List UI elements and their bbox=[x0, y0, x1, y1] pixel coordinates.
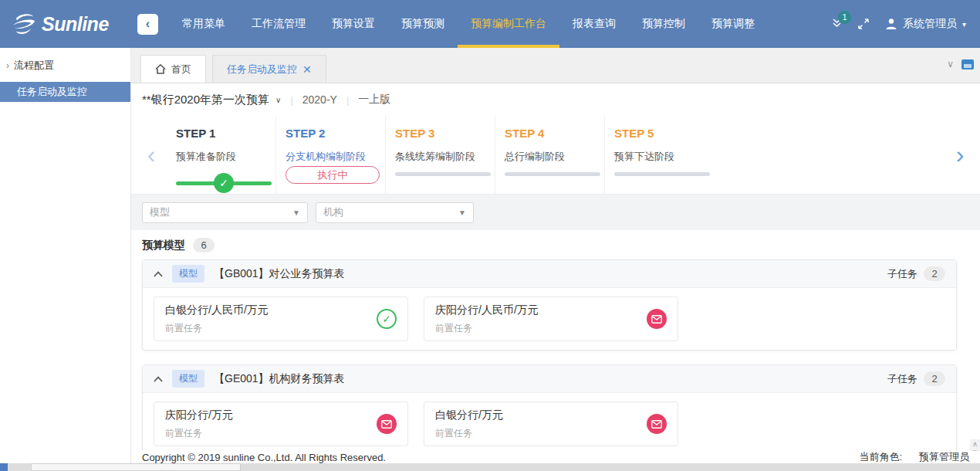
subtask-texts: 庆阳分行/万元 前置任务 bbox=[165, 408, 233, 440]
step-progress-pending bbox=[614, 172, 710, 176]
step-number: STEP 2 bbox=[286, 127, 385, 140]
navbar-menu-item[interactable]: 工作流管理 bbox=[238, 0, 319, 48]
collapse-sidebar-button[interactable]: ‹ bbox=[137, 14, 158, 35]
scrollbar-thumb[interactable] bbox=[972, 450, 978, 451]
menu-label: 报表查询 bbox=[573, 17, 616, 31]
model-tag-badge[interactable]: 模型 bbox=[172, 370, 204, 388]
tabbar-tools: ∨ bbox=[947, 59, 974, 69]
scrollbar-corner bbox=[0, 463, 8, 471]
collapse-chevron-icon[interactable] bbox=[154, 376, 163, 382]
subtask-name: 白银分行/万元 bbox=[435, 408, 503, 422]
fullscreen-icon[interactable] bbox=[857, 18, 870, 30]
collapse-chevron-icon[interactable] bbox=[154, 271, 163, 277]
model-tag-badge[interactable]: 模型 bbox=[172, 265, 204, 283]
sidebar-item-process-config[interactable]: › 流程配置 bbox=[0, 54, 130, 77]
budget-name-text: **银行2020年第一次预算 bbox=[142, 93, 269, 107]
horizontal-scrollbar[interactable] bbox=[0, 463, 980, 471]
navbar-menu-item[interactable]: 预算编制工作台 bbox=[458, 0, 559, 48]
step-progress-pending bbox=[505, 172, 600, 176]
navbar-menu-item[interactable]: 预算控制 bbox=[629, 0, 698, 48]
model-card-header[interactable]: 模型 【GE001】机构财务预算表 子任务 2 bbox=[143, 365, 956, 393]
step-column[interactable]: STEP 5 预算下达阶段 bbox=[605, 116, 715, 194]
user-icon bbox=[885, 18, 897, 30]
step-number: STEP 1 bbox=[176, 127, 275, 140]
step-column[interactable]: STEP 2 分支机构编制阶段 执行中 bbox=[276, 116, 386, 194]
menu-label: 预算设置 bbox=[332, 17, 375, 31]
tab-label: 任务启动及监控 bbox=[227, 63, 297, 76]
tab-bar: 首页 任务启动及监控 ✕ ∨ bbox=[131, 48, 980, 83]
divider: | bbox=[290, 94, 292, 106]
role-value: 预算管理员 bbox=[919, 450, 969, 464]
tab-task-monitor[interactable]: 任务启动及监控 ✕ bbox=[212, 55, 326, 83]
menu-label: 工作流管理 bbox=[252, 17, 306, 31]
step-label: 总行编制阶段 bbox=[505, 150, 604, 164]
navbar-menu-item[interactable]: 预算预测 bbox=[388, 0, 458, 48]
home-icon bbox=[155, 64, 166, 74]
notifications-button[interactable]: 1 bbox=[832, 18, 842, 31]
step-column[interactable]: STEP 1 预算准备阶段 ✓ bbox=[167, 116, 276, 194]
subtask-texts: 白银分行/人民币/万元 前置任务 bbox=[165, 303, 269, 335]
model-filter-select[interactable]: 模型 ▼ bbox=[142, 202, 308, 223]
menu-label: 预算调整 bbox=[711, 17, 755, 31]
steps-prev-button[interactable]: ‹ bbox=[136, 116, 167, 194]
steps-next-button[interactable]: › bbox=[945, 116, 975, 194]
subtask-prerequisite-label: 前置任务 bbox=[165, 427, 233, 440]
menu-label: 预算编制工作台 bbox=[471, 17, 546, 31]
step-number: STEP 3 bbox=[395, 127, 495, 140]
subtask-count-badge: 2 bbox=[924, 371, 945, 386]
navbar-menu-item[interactable]: 报表查询 bbox=[559, 0, 629, 48]
model-card-body: 白银分行/人民币/万元 前置任务 ✓ 庆阳分行/人民币/万元 前置任务 bbox=[143, 288, 956, 350]
mail-alert-icon bbox=[647, 309, 667, 329]
success-check-icon: ✓ bbox=[377, 309, 397, 329]
divider: | bbox=[346, 94, 349, 106]
model-title: 【GB001】对公业务预算表 bbox=[214, 267, 345, 281]
navbar-menu-item[interactable]: 预算调整 bbox=[698, 0, 768, 48]
navbar-menu-item[interactable]: 常用菜单 bbox=[169, 0, 238, 48]
subtask-name: 庆阳分行/万元 bbox=[165, 408, 233, 422]
sunline-logo: Sunline bbox=[0, 12, 137, 36]
select-caret-icon: ▼ bbox=[292, 208, 300, 217]
step-progress-pending bbox=[395, 172, 491, 176]
subtask-texts: 白银分行/万元 前置任务 bbox=[435, 408, 503, 440]
vertical-scrollbar[interactable]: ∧ ∨ bbox=[970, 439, 980, 451]
subtask-card[interactable]: 白银分行/人民币/万元 前置任务 ✓ bbox=[154, 296, 408, 341]
scroll-up-icon[interactable]: ∧ bbox=[972, 439, 978, 449]
step-label: 预算准备阶段 bbox=[176, 150, 275, 164]
mail-alert-icon bbox=[647, 414, 667, 434]
main-panel: 首页 任务启动及监控 ✕ ∨ **银行2020年第一次预算 ∨ | 2020-Y… bbox=[131, 48, 980, 471]
subtask-count-badge: 2 bbox=[924, 266, 945, 281]
close-tab-icon[interactable]: ✕ bbox=[302, 63, 312, 76]
subtask-card[interactable]: 白银分行/万元 前置任务 bbox=[424, 402, 678, 446]
tab-list-chevron-icon[interactable]: ∨ bbox=[947, 59, 954, 69]
step-column[interactable]: STEP 4 总行编制阶段 bbox=[495, 116, 605, 194]
budget-selector[interactable]: **银行2020年第一次预算 ∨ bbox=[142, 93, 281, 107]
step-column[interactable]: STEP 3 条线统筹编制阶段 bbox=[386, 116, 495, 194]
select-caret-icon: ▼ bbox=[458, 208, 466, 217]
check-circle-icon: ✓ bbox=[214, 173, 234, 193]
org-filter-select[interactable]: 机构 ▼ bbox=[316, 202, 474, 223]
sidebar-item-label: 流程配置 bbox=[14, 59, 54, 73]
section-title: 预算模型 bbox=[142, 239, 185, 252]
tab-home[interactable]: 首页 bbox=[140, 55, 206, 83]
sunline-swoosh-icon bbox=[11, 12, 37, 36]
model-card: 模型 【GE001】机构财务预算表 子任务 2 庆阳分行/万元 前置任务 白银分… bbox=[142, 364, 957, 451]
subtask-label: 子任务 bbox=[887, 372, 917, 386]
subtask-card[interactable]: 庆阳分行/人民币/万元 前置任务 bbox=[424, 296, 678, 341]
subtask-card[interactable]: 庆阳分行/万元 前置任务 bbox=[154, 402, 408, 446]
user-menu[interactable]: 系统管理员 ▾ bbox=[885, 17, 966, 31]
step-number: STEP 5 bbox=[614, 127, 715, 140]
model-title: 【GE001】机构财务预算表 bbox=[214, 372, 345, 386]
maximize-layout-icon[interactable] bbox=[961, 59, 974, 69]
model-card-header[interactable]: 模型 【GB001】对公业务预算表 子任务 2 bbox=[143, 260, 956, 288]
step-number: STEP 4 bbox=[505, 127, 604, 140]
hscrollbar-thumb[interactable] bbox=[31, 463, 241, 471]
navbar-menu-item[interactable]: 预算设置 bbox=[319, 0, 388, 48]
step-label: 分支机构编制阶段 bbox=[286, 150, 385, 164]
footer: Copyright © 2019 sunline Co.,Ltd. All Ri… bbox=[131, 451, 980, 463]
filter-bar: 模型 ▼ 机构 ▼ bbox=[131, 195, 980, 230]
subtask-prerequisite-label: 前置任务 bbox=[165, 322, 269, 335]
model-card: 模型 【GB001】对公业务预算表 子任务 2 白银分行/人民币/万元 前置任务… bbox=[142, 259, 957, 351]
menu-label: 常用菜单 bbox=[182, 17, 225, 31]
sidebar-item-task-monitor[interactable]: 任务启动及监控 bbox=[0, 82, 130, 102]
subtask-name: 白银分行/人民币/万元 bbox=[165, 303, 269, 317]
